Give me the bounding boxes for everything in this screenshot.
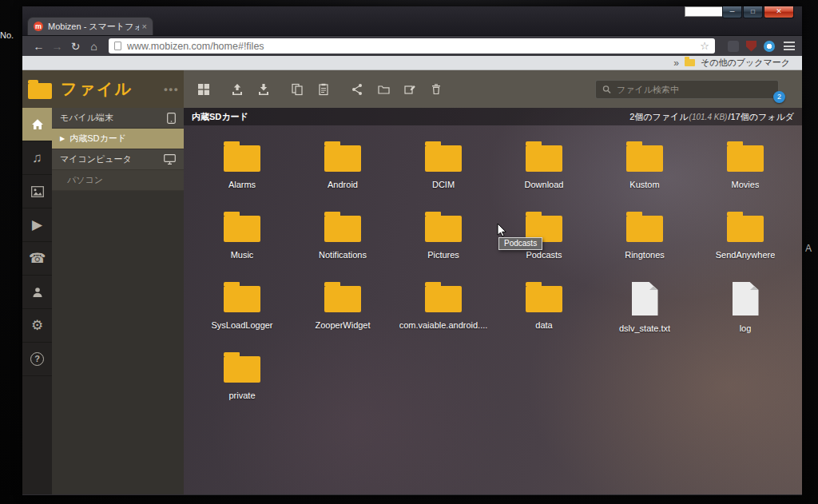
reload-icon[interactable]: ↻ <box>66 40 85 53</box>
ublock-shield-icon[interactable] <box>746 41 756 52</box>
minimize-button[interactable]: ─ <box>722 6 742 18</box>
other-bookmarks-button[interactable]: その他のブックマーク <box>701 57 790 69</box>
file-item[interactable]: log <box>695 276 796 347</box>
folder-icon <box>425 216 462 242</box>
browser-toolbar: ← → ↻ ⌂ www.mobizen.com/home#!files ☆ <box>22 36 802 56</box>
item-label: com.vaiable.android.... <box>399 320 488 330</box>
search-input[interactable] <box>617 85 772 94</box>
nav-phone-icon[interactable]: ☎ <box>22 242 52 276</box>
extension-icon[interactable] <box>728 41 739 52</box>
sidebar-item-mobile-device[interactable]: モバイル端末 <box>52 108 184 129</box>
browser-tab[interactable]: m Mobizen - スマートフォ × <box>27 17 153 35</box>
folder-icon <box>224 286 260 312</box>
item-label: Download <box>525 180 564 189</box>
expanded-arrow-icon: ▶ <box>60 135 65 142</box>
nav-contacts-icon[interactable] <box>22 276 52 309</box>
title-bar: m Mobizen - スマートフォ × ─ □ ✕ <box>22 6 802 36</box>
download-icon[interactable] <box>256 82 271 96</box>
folder-item[interactable]: private <box>192 347 292 417</box>
chrome-menu-icon[interactable] <box>784 42 795 50</box>
nav-gallery-icon[interactable] <box>22 175 52 208</box>
folder-item[interactable]: Alarms <box>192 136 292 206</box>
item-label: dslv_state.txt <box>619 323 670 333</box>
sidebar-item-label: パソコン <box>67 174 103 186</box>
folder-item[interactable]: SysLoadLogger <box>192 276 292 347</box>
monitor-icon <box>164 154 176 165</box>
item-label: Notifications <box>319 250 367 260</box>
item-label: Alarms <box>228 180 256 189</box>
item-label: Movies <box>732 180 760 189</box>
folder-item[interactable]: Ringtones <box>594 206 695 276</box>
item-count-summary: 2個のファイル (101.4 KB) / 17個のフォルダ <box>629 111 794 123</box>
folder-item[interactable]: Music <box>192 206 292 276</box>
file-browser-main: 内蔵SDカード 2個のファイル (101.4 KB) / 17個のフォルダ Al… <box>184 108 802 494</box>
back-icon[interactable]: ← <box>30 40 48 53</box>
location-status-bar: 内蔵SDカード 2個のファイル (101.4 KB) / 17個のフォルダ <box>184 108 802 125</box>
folder-item[interactable]: Notifications <box>292 206 393 276</box>
maximize-button[interactable]: □ <box>743 6 763 18</box>
sidebar-item-internal-sd[interactable]: ▶ 内蔵SDカード <box>52 129 184 149</box>
nav-home-icon[interactable] <box>22 108 52 141</box>
file-search-box[interactable]: 2 <box>595 80 779 99</box>
folder-item[interactable]: Kustom <box>594 136 695 206</box>
folder-item[interactable]: Android <box>292 136 393 206</box>
folder-item[interactable]: Download <box>494 136 594 206</box>
tab-close-icon[interactable]: × <box>142 22 147 31</box>
nav-video-icon[interactable]: ▶ <box>22 208 52 242</box>
folder-item[interactable]: Pictures <box>393 206 494 276</box>
bookmark-star-icon[interactable]: ☆ <box>700 40 709 52</box>
view-grid-icon[interactable] <box>197 82 211 96</box>
bookmarks-overflow-icon[interactable]: » <box>673 58 679 69</box>
file-icon <box>632 282 658 315</box>
help-question-glyph: ? <box>30 352 44 366</box>
folder-item[interactable]: data <box>494 276 594 347</box>
app-title: ファイル <box>61 78 164 100</box>
folder-item[interactable]: com.vaiable.android.... <box>393 276 494 347</box>
nav-help-icon[interactable]: ? <box>22 343 52 376</box>
mobizen-app: ファイル ●●● <box>22 70 802 494</box>
folder-icon <box>425 286 462 312</box>
mobizen-favicon: m <box>34 22 43 31</box>
search-icon <box>602 85 611 94</box>
forward-icon[interactable]: → <box>48 40 66 53</box>
file-icon <box>733 282 759 315</box>
folder-item[interactable]: SendAnywhere <box>695 206 796 276</box>
folder-item[interactable]: Movies <box>695 136 796 206</box>
copy-icon[interactable] <box>290 82 304 96</box>
new-folder-icon[interactable] <box>376 82 391 96</box>
url-text[interactable]: www.mobizen.com/home#!files <box>127 41 700 52</box>
folder-icon <box>626 216 663 242</box>
tab-title: Mobizen - スマートフォ <box>48 21 139 33</box>
files-app-icon <box>28 83 52 99</box>
nav-music-icon[interactable]: ♫ <box>22 141 52 175</box>
item-label: Pictures <box>427 250 459 260</box>
delete-icon[interactable] <box>429 82 443 96</box>
folder-item[interactable]: DCIM <box>393 136 494 206</box>
folders-count: 17個のフォルダ <box>730 111 794 123</box>
share-icon[interactable] <box>350 82 364 96</box>
files-count: 2個のファイル <box>629 111 688 123</box>
item-label: log <box>740 323 752 333</box>
header-menu-dots[interactable]: ●●● <box>164 85 179 93</box>
item-label: private <box>228 391 255 400</box>
file-item[interactable]: dslv_state.txt <box>594 276 695 347</box>
folder-item[interactable]: ZooperWidget <box>292 276 393 347</box>
item-label: SendAnywhere <box>716 250 776 260</box>
extension-circle-icon[interactable] <box>764 41 775 52</box>
files-size: (101.4 KB) <box>689 113 728 121</box>
address-bar[interactable]: www.mobizen.com/home#!files ☆ <box>109 38 715 54</box>
browser-window: m Mobizen - スマートフォ × ─ □ ✕ ← → ↻ ⌂ www.m… <box>22 6 802 495</box>
close-button[interactable]: ✕ <box>764 6 794 18</box>
paste-icon[interactable] <box>316 82 331 96</box>
item-label: SysLoadLogger <box>211 320 272 330</box>
desktop-background-text: No. <box>0 30 14 40</box>
nav-settings-icon[interactable]: ⚙ <box>22 309 52 343</box>
window-controls: ─ □ ✕ <box>722 6 794 18</box>
folder-icon <box>526 286 562 312</box>
rename-icon[interactable] <box>403 82 417 96</box>
sidebar-item-my-computer[interactable]: マイコンピュータ <box>52 149 184 170</box>
sidebar-item-pc[interactable]: パソコン <box>52 170 184 191</box>
home-icon[interactable]: ⌂ <box>85 40 103 53</box>
item-label: Android <box>328 180 358 189</box>
upload-icon[interactable] <box>230 82 244 96</box>
